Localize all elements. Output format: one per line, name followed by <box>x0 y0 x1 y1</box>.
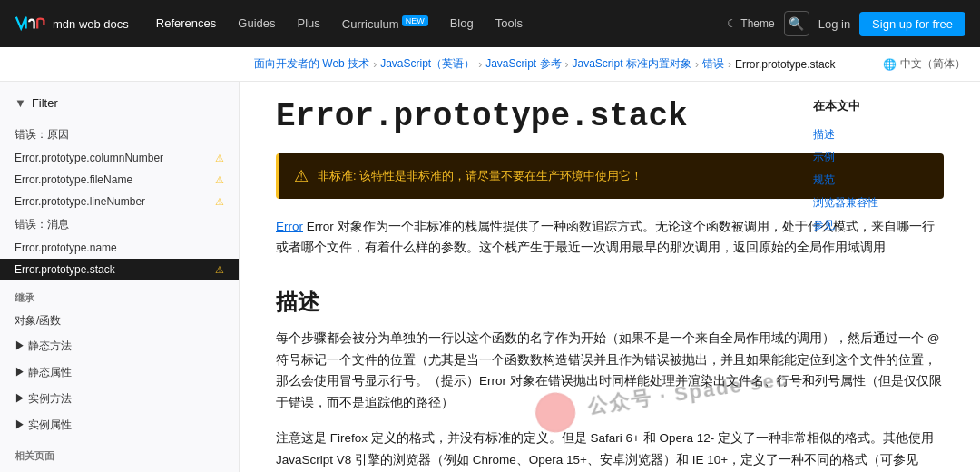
toc-item-desc[interactable]: 描述 <box>813 123 965 146</box>
breadcrumb-inner: 面向开发者的 Web 技术 › JavaScript（英语） › JavaScr… <box>254 56 836 72</box>
toc-item-compat[interactable]: 浏览器兼容性 <box>813 192 965 214</box>
sidebar-item-stack[interactable]: Error.prototype.stack ⚠ <box>0 259 239 280</box>
logo-text: mdn web docs <box>53 17 129 31</box>
breadcrumb-current: Error.prototype.stack <box>735 58 836 71</box>
language-button[interactable]: 🌐 中文（简体） <box>883 56 965 72</box>
breadcrumb-item-2[interactable]: JavaScript 参考 <box>485 56 561 72</box>
error-link[interactable]: Error <box>276 220 303 233</box>
breadcrumb-sep-4: › <box>728 58 731 71</box>
toc-sidebar: 在本文中 描述 示例 规范 浏览器兼容性 参见 <box>799 80 980 255</box>
warn-icon-filename: ⚠ <box>215 174 224 186</box>
warning-triangle-icon: ⚠ <box>294 166 309 186</box>
sidebar: ▼ Filter 错误：原因 Error.prototype.columnNum… <box>0 80 240 472</box>
sidebar-section-inheritance: 继承 对象/函数 ▶ 静态方法 ▶ 静态属性 ▶ 实例方法 ▶ 实例属性 <box>0 284 239 438</box>
toc-item-seealso[interactable]: 参见 <box>813 214 965 237</box>
breadcrumb-item-3[interactable]: JavaScript 标准内置对象 <box>573 56 691 72</box>
nav-tools[interactable]: Tools <box>486 11 532 35</box>
warn-icon: ⚠ <box>215 152 224 164</box>
nav-references[interactable]: References <box>147 11 225 35</box>
related-pages-header: 相关页面 <box>0 442 239 467</box>
breadcrumb-item-4[interactable]: 错误 <box>702 56 724 72</box>
search-icon: 🔍 <box>789 16 804 31</box>
nav-links: References Guides Plus CurriculumNEW Blo… <box>147 11 710 36</box>
sidebar-item-message[interactable]: 错误：消息 <box>0 212 239 237</box>
inheritance-header: 继承 <box>0 284 239 309</box>
sidebar-item-name[interactable]: Error.prototype.name <box>0 237 239 259</box>
mdn-logo[interactable]: mdn web docs <box>15 14 129 34</box>
nav-guides[interactable]: Guides <box>229 11 284 35</box>
nav-curriculum[interactable]: CurriculumNEW <box>333 11 437 36</box>
breadcrumb-sep-0: › <box>373 58 377 71</box>
toc-item-examples[interactable]: 示例 <box>813 146 965 169</box>
desc-section-title: 描述 <box>276 280 944 317</box>
breadcrumb-sep-3: › <box>695 58 699 71</box>
curriculum-badge: NEW <box>402 15 428 26</box>
login-button[interactable]: Log in <box>818 17 850 31</box>
desc-paragraph-2: 注意这是 Firefox 定义的格式，并没有标准的定义。但是 Safari 6+… <box>276 428 944 472</box>
warn-icon-linenumber: ⚠ <box>215 196 224 208</box>
nav-blog[interactable]: Blog <box>441 11 483 35</box>
toc-title: 在本文中 <box>813 98 965 114</box>
sidebar-item-filename[interactable]: Error.prototype.fileName ⚠ <box>0 169 239 191</box>
nav-plus[interactable]: Plus <box>289 11 329 35</box>
warn-icon-stack: ⚠ <box>215 264 224 276</box>
sidebar-item-object-func[interactable]: 对象/函数 <box>0 309 239 333</box>
sidebar-item-linenumber[interactable]: Error.prototype.lineNumber ⚠ <box>0 191 239 212</box>
sidebar-group-static-methods[interactable]: ▶ 静态方法 <box>0 333 239 359</box>
desc-paragraph-1: 每个步骤都会被分为单独的一行以这个函数的名字作为开始（如果不是一个来自全局作用域… <box>276 328 944 414</box>
top-navigation: mdn web docs References Guides Plus Curr… <box>0 0 980 47</box>
search-button[interactable]: 🔍 <box>784 11 809 36</box>
sidebar-group-instance-props[interactable]: ▶ 实例属性 <box>0 412 239 438</box>
sidebar-item-columnnumber[interactable]: Error.prototype.columnNumber ⚠ <box>0 147 239 169</box>
sidebar-group-static-props[interactable]: ▶ 静态属性 <box>0 359 239 386</box>
nav-right: ☾ Theme 🔍 Log in Sign up for free <box>727 11 965 36</box>
sidebar-section-errors: 错误：原因 Error.prototype.columnNumber ⚠ Err… <box>0 123 239 280</box>
toc-item-spec[interactable]: 规范 <box>813 169 965 192</box>
filter-icon: ▼ <box>15 96 26 110</box>
moon-icon: ☾ <box>727 17 737 30</box>
sidebar-group-instance-methods[interactable]: ▶ 实例方法 <box>0 386 239 412</box>
warning-text: 非标准: 该特性是非标准的，请尽量不要在生产环境中使用它！ <box>318 168 642 184</box>
filter-button[interactable]: ▼ Filter <box>0 91 239 115</box>
breadcrumb-sep-2: › <box>565 58 569 71</box>
signup-button[interactable]: Sign up for free <box>859 12 965 36</box>
sidebar-item-cause[interactable]: 错误：原因 <box>0 123 239 147</box>
globe-icon: 🌐 <box>883 58 897 71</box>
breadcrumb-item-1[interactable]: JavaScript（英语） <box>380 56 475 72</box>
breadcrumb-sep-1: › <box>478 58 482 71</box>
breadcrumb-item-0[interactable]: 面向开发者的 Web 技术 <box>254 56 369 72</box>
breadcrumb: 面向开发者的 Web 技术 › JavaScript（英语） › JavaScr… <box>0 47 980 82</box>
theme-button[interactable]: ☾ Theme <box>727 17 774 30</box>
